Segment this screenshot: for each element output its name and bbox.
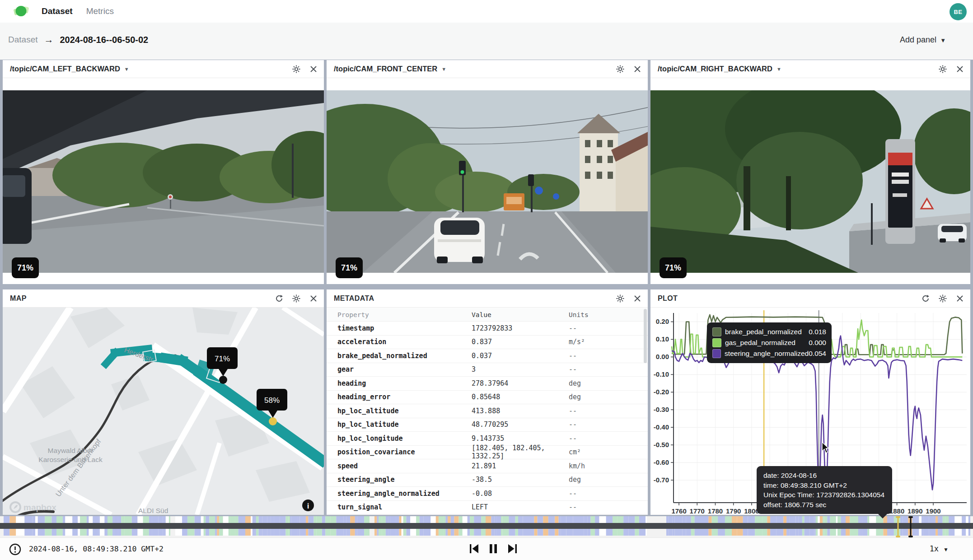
metadata-units: -- — [569, 324, 632, 332]
chevron-down-icon: ▼ — [943, 546, 949, 553]
topic-selector-cam-right-backward[interactable]: /topic/CAM_RIGHT_BACKWARD — [658, 65, 772, 73]
confidence-badge: 71% — [12, 257, 39, 278]
map-canvas[interactable]: Herderstr. Maywald Alber Karosserie und … — [3, 308, 324, 515]
close-icon[interactable] — [955, 294, 965, 303]
timeline-track[interactable] — [0, 516, 973, 537]
app-logo[interactable] — [14, 4, 29, 19]
playback-speed-selector[interactable]: 1x▼ — [930, 544, 949, 553]
breadcrumb: Dataset → 2024-08-16--06-50-02 — [8, 34, 148, 45]
metadata-value: [182.405, 182.405, 1332.25] — [472, 444, 569, 460]
table-row: hp_loc_altitude 413.888 -- — [327, 404, 648, 418]
scrollbar[interactable] — [644, 309, 647, 363]
metadata-property: position_covariance — [327, 448, 472, 456]
metadata-units: -- — [569, 352, 632, 360]
svg-text:58%: 58% — [264, 396, 280, 405]
topic-selector-cam-front-center[interactable]: /topic/CAM_FRONT_CENTER — [334, 65, 437, 73]
gear-icon[interactable] — [938, 294, 948, 303]
panel-grid: /topic/CAM_LEFT_BACKWARD ▼ — [0, 60, 973, 516]
panel-cam-right-backward: /topic/CAM_RIGHT_BACKWARD ▼ — [650, 60, 970, 284]
table-row: heading 278.37964 deg — [327, 377, 648, 391]
metadata-units: m/s² — [569, 338, 632, 346]
camera-image-front-center — [327, 90, 648, 273]
tooltip-line: offset: 1806.775 sec — [763, 500, 885, 510]
panel-map: MAP — [3, 289, 324, 515]
svg-text:-0.30: -0.30 — [654, 406, 669, 413]
svg-text:-0.40: -0.40 — [654, 423, 669, 431]
close-icon[interactable] — [632, 294, 642, 303]
legend-swatch — [712, 338, 721, 347]
metadata-units: km/h — [569, 462, 632, 470]
playback-bar: 2024-08-16, 08:49:38.210 GMT+2 1x▼ — [0, 537, 973, 560]
svg-text:1790: 1790 — [726, 507, 741, 515]
breadcrumb-root[interactable]: Dataset — [8, 35, 37, 45]
svg-text:-0.60: -0.60 — [654, 458, 669, 466]
svg-text:-0.70: -0.70 — [654, 476, 669, 484]
metadata-value: 0.85648 — [472, 393, 569, 401]
legend-item: brake_pedal_normalized0.018 — [712, 327, 826, 337]
refresh-icon[interactable] — [274, 294, 284, 303]
gear-icon[interactable] — [615, 294, 625, 303]
confidence-badge: 71% — [660, 257, 687, 278]
tooltip-line: time: 08:49:38.210 GMT+2 — [763, 481, 885, 490]
metadata-value: 9.143735 — [472, 434, 569, 443]
skip-to-start-button[interactable] — [468, 543, 480, 555]
breadcrumb-bar: Dataset → 2024-08-16--06-50-02 Add panel… — [0, 23, 973, 60]
topic-selector-cam-left-backward[interactable]: /topic/CAM_LEFT_BACKWARD — [10, 65, 120, 73]
pause-button[interactable] — [487, 543, 499, 555]
chevron-down-icon: ▼ — [777, 66, 781, 72]
add-panel-button[interactable]: Add panel▼ — [900, 35, 946, 45]
gear-icon[interactable] — [291, 294, 301, 303]
svg-text:0.00: 0.00 — [656, 353, 669, 360]
table-row: hp_loc_longitude 9.143735 -- — [327, 432, 648, 446]
svg-text:-0.50: -0.50 — [654, 441, 669, 448]
close-icon[interactable] — [955, 64, 965, 74]
table-row: acceleration 0.837 m/s² — [327, 336, 648, 350]
metadata-value: 0.837 — [472, 338, 569, 346]
svg-text:-0.10: -0.10 — [654, 370, 669, 378]
metadata-property: steering_angle — [327, 476, 472, 484]
gear-icon[interactable] — [938, 64, 948, 74]
metadata-value: 3 — [472, 365, 569, 373]
panel-cam-left-backward: /topic/CAM_LEFT_BACKWARD ▼ — [3, 60, 324, 284]
skip-to-end-button[interactable] — [506, 543, 518, 555]
breadcrumb-current: 2024-08-16--06-50-02 — [60, 35, 148, 45]
plot-legend: brake_pedal_normalized0.018 gas_pedal_no… — [707, 322, 832, 363]
metadata-units: -- — [569, 490, 632, 498]
metadata-value: LEFT — [472, 503, 569, 511]
table-row: brake_pedal_normalized 0.037 -- — [327, 349, 648, 363]
user-avatar[interactable]: BE — [950, 3, 967, 20]
gear-icon[interactable] — [615, 64, 625, 74]
legend-item: gas_pedal_normalized0.000 — [712, 337, 826, 348]
metadata-value: -38.5 — [472, 476, 569, 484]
svg-text:0.20: 0.20 — [656, 317, 669, 325]
table-row: speed 21.891 km/h — [327, 459, 648, 473]
metadata-units: cm² — [569, 448, 632, 456]
tab-metrics[interactable]: Metrics — [86, 6, 114, 16]
legend-swatch — [712, 327, 721, 336]
metadata-value: 278.37964 — [472, 379, 569, 387]
metadata-units: -- — [569, 407, 632, 415]
close-icon[interactable] — [632, 64, 642, 74]
svg-text:1890: 1890 — [908, 507, 922, 515]
table-row: timestamp 1723792833 -- — [327, 322, 648, 336]
metadata-units: -- — [569, 365, 632, 373]
table-row: turn_signal LEFT -- — [327, 501, 648, 515]
metadata-units: deg — [569, 393, 632, 401]
refresh-icon[interactable] — [921, 294, 931, 303]
gear-icon[interactable] — [291, 64, 301, 74]
panel-metadata: METADATA Property Value Units timestamp … — [327, 289, 648, 515]
metadata-units: deg — [569, 476, 632, 484]
metadata-property: gear — [327, 365, 472, 373]
close-icon[interactable] — [309, 64, 318, 74]
svg-text:1900: 1900 — [926, 507, 940, 515]
alert-icon[interactable] — [9, 543, 21, 555]
confidence-badge: 71% — [336, 257, 363, 278]
close-icon[interactable] — [309, 294, 318, 303]
map-info-icon: i — [302, 499, 314, 511]
panel-title: MAP — [10, 294, 27, 303]
metadata-value: 1723792833 — [472, 324, 569, 332]
metadata-property: brake_pedal_normalized — [327, 352, 472, 360]
tab-dataset[interactable]: Dataset — [42, 6, 73, 16]
plot-hover-tooltip: date: 2024-08-16time: 08:49:38.210 GMT+2… — [757, 466, 892, 514]
metadata-value: 0.037 — [472, 352, 569, 360]
